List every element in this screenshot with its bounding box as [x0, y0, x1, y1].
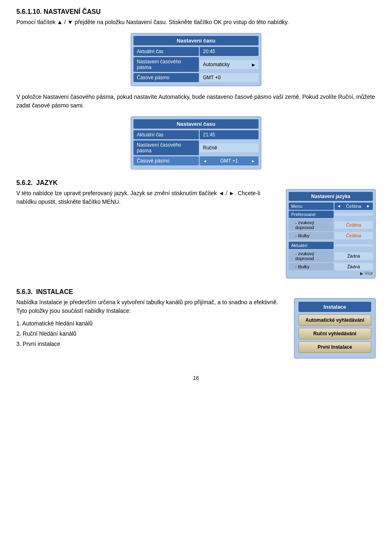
- lang-value-zvuk2: Žádná: [334, 252, 373, 260]
- lang-row-zvuk2: - zvukový doprovod Žádná: [289, 250, 373, 262]
- menu1-row-0: Aktuální čas 20:45: [134, 47, 258, 56]
- menu2-row2-value: ◄ GMT +1 ►: [200, 156, 258, 165]
- section-jazyk: 5.6.2. JAZYK Nastavení jazyka Menu ◄ Češ…: [16, 179, 376, 278]
- heading-nastaveni-casu: 5.6.1.10. NASTAVENÍ ČASU: [16, 8, 376, 16]
- menu2-row1-value: Ručně: [200, 143, 258, 152]
- lang-row-titulky2: - titulky Žádná: [289, 263, 373, 270]
- menu1-row1-label: Nastavení časového pásma: [134, 57, 199, 72]
- lang-label-titulky2: - titulky: [289, 263, 334, 270]
- lang-label-zvuk1: - zvukový doprovod: [289, 219, 334, 231]
- menu2-row1-label: Nastavení časového pásma: [134, 140, 199, 155]
- menu1-title: Nastavení času: [134, 36, 258, 45]
- menu2-row-2: Časové pásmo ◄ GMT +1 ►: [134, 156, 258, 165]
- lang-row-zvuk1: - zvukový doprovod Čeština: [289, 219, 373, 231]
- lang-more: ▶ Více: [289, 271, 373, 276]
- menu-mockup-2: Nastavení času Aktuální čas 21:45 Nastav…: [131, 116, 261, 169]
- lang-label-zvuk2: - zvukový doprovod: [289, 250, 334, 262]
- lang-value-titulky1: Čeština: [334, 232, 373, 239]
- lang-label-titulky1: - titulky: [289, 232, 334, 239]
- arrow-left-icon: ◄: [203, 159, 207, 163]
- heading-instalace: 5.6.3. INSTALACE: [16, 288, 376, 296]
- lang-value-zvuk1: Čeština: [334, 221, 373, 229]
- lang-section-aktualni: Aktuální: [289, 242, 373, 249]
- lang-value-menu: ◄ Čeština ►: [334, 203, 373, 210]
- menu1-row-2: Časové pásmo GMT +0: [134, 73, 258, 82]
- lang-value-titulky2: Žádná: [334, 263, 373, 270]
- heading-jazyk: 5.6.2. JAZYK: [16, 179, 376, 187]
- btn-prvni: První Instalace: [298, 341, 371, 353]
- arrow-right-icon: ▶: [252, 62, 255, 67]
- menu1-row0-label: Aktuální čas: [134, 47, 199, 56]
- menu1-row0-value: 20:45: [200, 47, 258, 56]
- menu2-row-0: Aktuální čas 21:45: [134, 130, 258, 139]
- menu2-row2-label: Časové pásmo: [134, 156, 199, 165]
- menu2-row-1: Nastavení časového pásma Ručně: [134, 140, 258, 155]
- lang-label-menu: Menu: [289, 203, 334, 210]
- lang-value-preferred: [334, 213, 373, 216]
- arrow-right-icon2: ►: [251, 159, 255, 163]
- menu1-row1-value: Automaticky ▶: [200, 60, 258, 69]
- lang-title: Nastavení jazyka: [289, 192, 373, 201]
- lang-row-menu: Menu ◄ Čeština ►: [289, 203, 373, 210]
- menu-mockup-1: Nastavení času Aktuální čas 20:45 Nastav…: [131, 33, 261, 86]
- section-instalace: 5.6.3. INSTALACE Instalace Automatické v…: [16, 288, 376, 359]
- para1: Pomocí tlačítek ▲ / ▼ přejděte na položk…: [16, 18, 376, 27]
- menu1-row2-label: Časové pásmo: [134, 73, 199, 82]
- instalace-mockup: Instalace Automatické vyhledávání Ruční …: [294, 298, 376, 359]
- menu2-row0-value: 21:45: [200, 130, 258, 139]
- menu1-row2-value: GMT +0: [200, 73, 258, 82]
- arrow-left-lang: ◄: [337, 204, 341, 209]
- instalace-title: Instalace: [298, 302, 371, 312]
- lang-row-titulky1: - titulky Čeština: [289, 232, 373, 239]
- lang-section-preferred: Preferované: [289, 211, 373, 218]
- menu2-row0-label: Aktuální čas: [134, 130, 199, 139]
- menu1-row-1: Nastavení časového pásma Automaticky ▶: [134, 57, 258, 72]
- lang-value-aktualni: [334, 244, 373, 247]
- arrow-right-lang: ►: [366, 204, 370, 209]
- para2: V položce Nastavení časového pásma, poku…: [16, 93, 376, 110]
- btn-rucni: Ruční vyhledávání: [298, 328, 371, 339]
- btn-automaticke: Automatické vyhledávání: [298, 314, 371, 326]
- lang-label-aktualni: Aktuální: [289, 242, 334, 249]
- lang-mockup: Nastavení jazyka Menu ◄ Čeština ► Prefer…: [286, 189, 376, 278]
- lang-label-preferred: Preferované: [289, 211, 334, 218]
- section-nastaveni-casu: 5.6.1.10. NASTAVENÍ ČASU Pomocí tlačítek…: [16, 8, 376, 169]
- page-number: 16: [16, 375, 376, 381]
- menu2-title: Nastavení času: [134, 119, 258, 129]
